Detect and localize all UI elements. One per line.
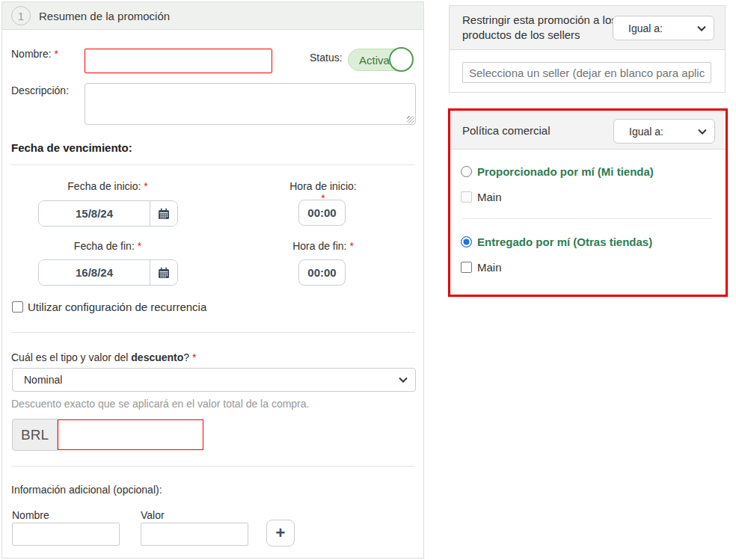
end-date-calendar-button[interactable]: [150, 260, 177, 285]
required-asterisk: *: [55, 48, 58, 60]
other-stores-option-label: Entregado por mí (Otras tiendas): [477, 236, 652, 248]
panel-title: Resumen de la promoción: [39, 10, 170, 22]
recurrence-label: Utilizar configuración de recurrencia: [28, 301, 206, 313]
discount-help-text: Descuento exacto que se aplicará en el v…: [11, 398, 309, 410]
add-info-button[interactable]: +: [266, 520, 295, 547]
status-toggle-label: Activa: [359, 54, 390, 67]
trade-policy-title: Política comercial: [462, 124, 551, 137]
trade-policy-operator-value: Igual a:: [629, 126, 663, 138]
end-date-label: Fecha de fin: *: [38, 240, 177, 252]
other-stores-main-checkbox[interactable]: [461, 262, 472, 273]
status-label: Status:: [310, 52, 343, 64]
additional-info-label: Información adicional (opcional):: [11, 484, 162, 496]
additional-name-input[interactable]: [12, 523, 120, 546]
promotion-summary-panel: 1 Resumen de la promoción Nombre: * Stat…: [1, 1, 424, 559]
end-time-input[interactable]: [298, 259, 346, 286]
additional-name-label: Nombre: [12, 509, 49, 521]
section-divider: [11, 164, 415, 165]
plus-icon: +: [276, 523, 286, 543]
calendar-icon: [158, 267, 170, 279]
additional-value-input[interactable]: [141, 523, 248, 546]
name-input[interactable]: [85, 49, 272, 73]
description-textarea[interactable]: [85, 83, 416, 125]
start-date-input[interactable]: [39, 201, 150, 226]
trade-policy-box: Política comercial Igual a: Proporcionad…: [448, 108, 728, 297]
my-store-main-label: Main: [477, 191, 502, 203]
panel-header: 1 Resumen de la promoción: [2, 2, 423, 30]
discount-question-label: Cuál es el tipo y valor del descuento? *: [11, 351, 196, 363]
start-date-group: [38, 200, 178, 227]
start-date-label: Fecha de inicio: *: [38, 180, 177, 192]
calendar-icon: [158, 208, 170, 220]
required-asterisk: *: [144, 180, 147, 192]
chevron-down-icon: [399, 377, 408, 383]
chevron-down-icon: [698, 129, 707, 135]
name-label: Nombre: *: [11, 48, 58, 60]
discount-value-input[interactable]: [58, 419, 203, 450]
discount-type-value: Nominal: [24, 374, 62, 386]
discount-type-select[interactable]: Nominal: [12, 368, 416, 392]
my-store-radio[interactable]: [461, 166, 472, 177]
section-divider: [11, 332, 415, 333]
recurrence-checkbox[interactable]: [12, 301, 23, 313]
textarea-resize-handle[interactable]: [407, 116, 414, 123]
end-date-input[interactable]: [39, 260, 150, 285]
step-number-badge: 1: [11, 6, 31, 25]
status-toggle[interactable]: Activa: [348, 49, 412, 71]
trade-policy-operator-select[interactable]: Igual a:: [613, 119, 715, 144]
trade-policy-header: Política comercial Igual a:: [450, 111, 726, 150]
my-store-main-checkbox[interactable]: [461, 191, 472, 203]
start-date-calendar-button[interactable]: [150, 201, 177, 226]
sellers-box-title: Restringir esta promoción a los producto…: [462, 13, 631, 43]
sellers-operator-select[interactable]: Igual a:: [613, 16, 714, 40]
start-time-input[interactable]: [298, 200, 346, 226]
chevron-down-icon: [697, 25, 706, 31]
currency-addon: BRL: [12, 419, 58, 451]
my-store-option-label: Proporcionado por mí (Mi tienda): [477, 165, 654, 178]
seller-search-input[interactable]: [462, 62, 711, 83]
other-stores-radio[interactable]: [461, 236, 472, 247]
sellers-restriction-box: Restringir esta promoción a los producto…: [449, 5, 726, 93]
section-divider: [11, 466, 415, 467]
other-stores-main-label: Main: [477, 261, 502, 274]
end-date-group: [38, 259, 178, 286]
expiry-heading: Fecha de vencimiento:: [11, 141, 132, 154]
end-time-label: Hora de fin: *: [287, 240, 359, 252]
options-divider: [462, 218, 712, 219]
additional-value-label: Valor: [141, 509, 165, 521]
sellers-operator-value: Igual a:: [628, 22, 663, 34]
toggle-knob[interactable]: [389, 47, 414, 72]
description-label: Descripción:: [11, 84, 69, 96]
required-asterisk: *: [138, 240, 141, 252]
sellers-box-header: Restringir esta promoción a los producto…: [450, 6, 725, 50]
required-asterisk: *: [349, 240, 353, 252]
required-asterisk: *: [192, 351, 196, 363]
